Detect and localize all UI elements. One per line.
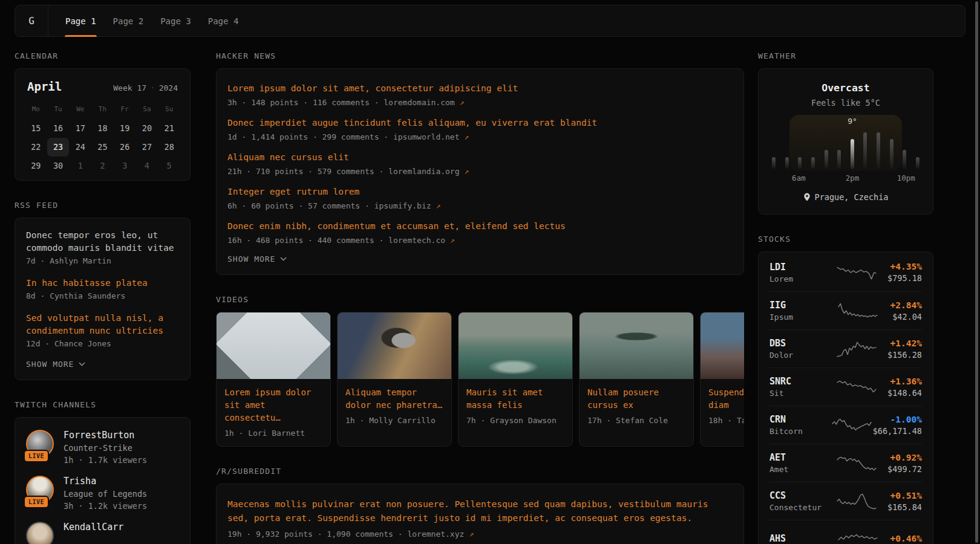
stock-id: LDI Lorem — [769, 262, 831, 283]
page-scrollbar[interactable] — [975, 1, 978, 543]
hn-story-title: Integer eget rutrum lorem — [227, 186, 733, 198]
stock-sparkline — [837, 339, 877, 358]
video-title: Nullam posuere cursus ex — [587, 386, 685, 412]
video-card[interactable]: Aliquam tempor dolor nec pharetra… 1h · … — [337, 312, 452, 447]
stock-price: $66,171.48 — [873, 426, 922, 436]
hn-domain-link[interactable]: ipsumworld.net ↗ — [393, 132, 469, 141]
stock-symbol: CCS — [769, 490, 831, 501]
reddit-post[interactable]: Maecenas mollis pulvinar erat non posuer… — [227, 497, 733, 539]
hour-label: 6am — [792, 173, 806, 183]
weekday-label: Sa — [136, 102, 158, 119]
external-link-icon: ↗ — [436, 201, 440, 210]
hour-bar — [890, 139, 893, 169]
twitch-channel[interactable]: LIVE ForrestBurton Counter-Strike 1h · 1… — [26, 430, 179, 465]
stock-symbol: DBS — [769, 338, 831, 349]
stock-change: +2.84% — [890, 300, 922, 310]
stock-row[interactable]: CRN Bitcorn -1.00% $66,171.48 — [769, 406, 922, 444]
hn-domain-link[interactable]: loremlandia.org ↗ — [388, 167, 469, 176]
right-column: WEATHER Overcast Feels like 5°C 9° — [758, 51, 933, 544]
hn-story[interactable]: Donec imperdiet augue tincidunt felis al… — [227, 117, 733, 141]
video-title: Mauris sit amet massa felis — [466, 386, 564, 412]
hn-show-more-button[interactable]: SHOW MORE — [227, 254, 733, 264]
stock-row[interactable]: LDI Lorem +4.35% $795.18 — [769, 253, 922, 291]
hour-bar — [825, 150, 828, 169]
stock-name: Sit — [769, 389, 831, 398]
stock-sparkline — [838, 301, 878, 320]
calendar-day: 21 — [158, 119, 180, 138]
weekday-label: Fr — [114, 102, 136, 119]
channel-game: Counter-Strike — [64, 443, 147, 453]
hour-label: 2pm — [846, 173, 860, 183]
stock-name: Lorem — [769, 274, 831, 283]
tab-page-3[interactable]: Page 3 — [152, 5, 200, 36]
video-card-body: Lorem ipsum dolor sit amet consectetu… 1… — [217, 379, 330, 446]
hn-meta-text: 21h · 710 points · 579 comments · — [227, 167, 388, 176]
calendar-day-next-month: 5 — [158, 157, 180, 175]
stock-values: +1.36% $148.64 — [887, 377, 922, 398]
channel-info: ForrestBurton Counter-Strike 1h · 1.7k v… — [64, 430, 147, 465]
stock-id: AET Amet — [769, 452, 831, 474]
stock-name: Ipsum — [769, 312, 831, 322]
stock-row[interactable]: DBS Dolor +1.42% $156.28 — [769, 329, 922, 368]
hn-domain-link[interactable]: ipsumify.biz ↗ — [374, 201, 441, 210]
rss-article-link[interactable]: Donec tempor eros leo, ut commodo mauris… — [26, 229, 179, 265]
rss-article-link[interactable]: Sed volutpat nulla nisl, a condimentum n… — [26, 312, 179, 348]
middle-column: HACKER NEWS Lorem ipsum dolor sit amet, … — [216, 51, 744, 544]
video-title: Suspendisse diam — [708, 386, 744, 412]
hn-domain-link[interactable]: loremdomain.com ↗ — [384, 98, 464, 107]
stock-symbol: SNRC — [769, 376, 831, 387]
stock-sparkline — [832, 415, 872, 435]
calendar-day: 15 — [25, 119, 47, 138]
hour-bar — [837, 150, 841, 169]
hour-bar-current — [851, 139, 854, 169]
weekday-label: Th — [91, 102, 114, 119]
video-meta: 1h · Lori Barnett — [224, 429, 322, 438]
stock-sparkline — [837, 263, 877, 282]
stock-row[interactable]: CCS Consectetur +0.51% $165.84 — [769, 482, 922, 520]
video-card-body: Mauris sit amet massa felis 7h · Grayson… — [459, 379, 572, 433]
calendar-day: 24 — [69, 138, 91, 157]
videos-section: VIDEOS Lorem ipsum dolor sit amet consec… — [216, 295, 744, 447]
stock-id: CRN Bitcorn — [769, 414, 831, 436]
hour-bar — [785, 157, 789, 169]
hn-story[interactable]: Lorem ipsum dolor sit amet, consectetur … — [227, 82, 733, 107]
calendar-widget: April Week 17 · 2024 Mo Tu We Th Fr Sa — [15, 68, 191, 181]
stock-row[interactable]: AET Amet +0.92% $499.72 — [769, 444, 922, 482]
hour-bar — [811, 157, 815, 169]
stock-row[interactable]: SNRC Sit +1.36% $148.64 — [769, 368, 922, 406]
channel-info: KendallCarr — [64, 522, 123, 544]
hn-story[interactable]: Integer eget rutrum lorem 6h · 60 points… — [227, 186, 733, 210]
hn-meta-text: 6h · 60 points · 57 comments · — [227, 201, 374, 210]
stock-row[interactable]: AHS +0.46% — [769, 520, 922, 544]
hn-story[interactable]: Donec enim nibh, condimentum et accumsan… — [227, 220, 733, 245]
calendar-day: 16 — [47, 119, 70, 138]
hn-section-title: HACKER NEWS — [216, 51, 744, 60]
twitch-section: TWITCH CHANNELS LIVE ForrestBurton Count… — [15, 400, 191, 544]
channel-viewers: 3h · 1.2k viewers — [64, 501, 147, 511]
rss-article-link[interactable]: In hac habitasse platea 8d · Cynthia Sau… — [26, 277, 179, 300]
app-logo[interactable]: G — [15, 5, 48, 36]
stock-change: +4.35% — [887, 262, 922, 271]
hn-story[interactable]: Aliquam nec cursus elit 21h · 710 points… — [227, 151, 733, 176]
stock-symbol: CRN — [769, 414, 831, 425]
rss-show-more-button[interactable]: SHOW MORE — [26, 360, 179, 369]
calendar-month: April — [27, 80, 62, 93]
hn-domain-link[interactable]: loremtech.co ↗ — [388, 236, 455, 245]
video-card[interactable]: Lorem ipsum dolor sit amet consectetu… 1… — [216, 312, 331, 447]
stock-symbol: AET — [769, 452, 831, 463]
tab-page-2[interactable]: Page 2 — [105, 5, 152, 36]
video-card[interactable]: Nullam posuere cursus ex 17h · Stefan Co… — [579, 312, 694, 447]
stock-price: $795.18 — [887, 273, 922, 283]
stock-price: $499.72 — [887, 464, 922, 474]
video-card[interactable]: Mauris sit amet massa felis 7h · Grayson… — [458, 312, 573, 447]
left-column: CALENDAR April Week 17 · 2024 Mo Tu We — [15, 51, 191, 544]
stock-row[interactable]: IIG Ipsum +2.84% $42.04 — [769, 291, 922, 329]
calendar-year: 2024 — [159, 83, 178, 92]
twitch-channel[interactable]: LIVE Trisha League of Legends 3h · 1.2k … — [26, 476, 179, 511]
tab-page-1[interactable]: Page 1 — [57, 5, 105, 36]
video-card[interactable]: Suspendisse diam 18h · Tara — [700, 312, 744, 447]
twitch-channel[interactable]: KendallCarr — [26, 522, 179, 544]
tab-page-4[interactable]: Page 4 — [200, 5, 247, 36]
reddit-domain-link[interactable]: loremnet.xyz ↗ — [407, 529, 474, 539]
rss-article-meta: 8d · Cynthia Saunders — [26, 291, 179, 300]
